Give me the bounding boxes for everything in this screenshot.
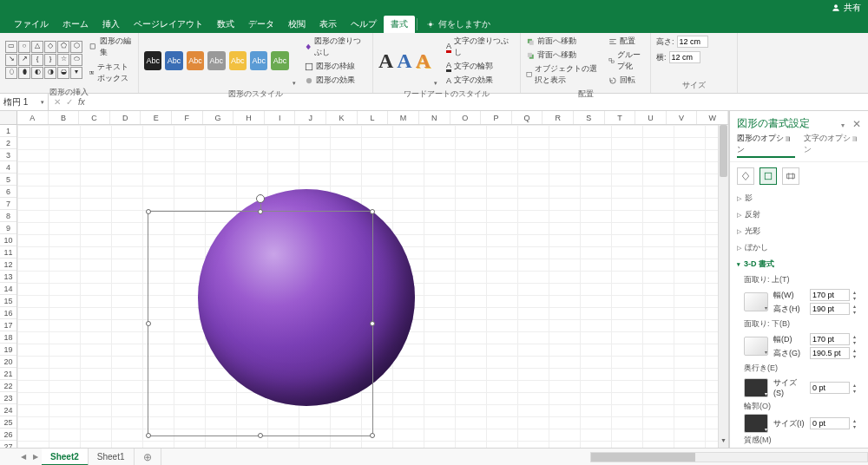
add-sheet-icon[interactable]: ⊕: [135, 449, 161, 466]
row-header[interactable]: 25: [0, 416, 16, 429]
col-header[interactable]: Q: [512, 111, 543, 124]
select-all-corner[interactable]: [0, 111, 17, 125]
col-header[interactable]: N: [419, 111, 450, 124]
col-header[interactable]: A: [17, 111, 49, 124]
depth-size[interactable]: [810, 382, 850, 394]
row-header[interactable]: 18: [0, 331, 16, 344]
col-header[interactable]: U: [635, 111, 667, 124]
tab-help[interactable]: ヘルプ: [344, 16, 384, 33]
section-shadow[interactable]: ▷影: [737, 190, 865, 206]
style-7[interactable]: Abc: [271, 51, 288, 70]
row-header[interactable]: 15: [0, 295, 16, 307]
section-reflection[interactable]: ▷反射: [737, 206, 865, 223]
tab-file[interactable]: ファイル: [7, 16, 56, 33]
row-header[interactable]: 3: [0, 149, 16, 161]
row-header[interactable]: 7: [0, 198, 16, 210]
tab-format[interactable]: 書式: [384, 16, 415, 33]
styles-more[interactable]: ▾: [293, 80, 296, 87]
shape-outline[interactable]: 図形の枠線: [305, 60, 367, 73]
pane-close-icon[interactable]: ✕: [852, 118, 861, 130]
style-2[interactable]: Abc: [165, 51, 182, 70]
row-header[interactable]: 9: [0, 222, 16, 234]
rotate[interactable]: 回転: [608, 74, 645, 87]
edit-shape[interactable]: 図形の編集: [89, 35, 133, 59]
shape-gallery[interactable]: ▭○△◇⬠⬡ ↘↗{}☆⬭ ⬯⬮◐◑◒▾: [5, 41, 82, 79]
wordart-1[interactable]: A: [378, 49, 393, 73]
col-header[interactable]: O: [450, 111, 482, 124]
fx-icon[interactable]: fx: [78, 97, 85, 107]
shape-selection[interactable]: [148, 211, 373, 436]
bevel-bottom-preset[interactable]: ▾: [744, 337, 768, 356]
depth-color[interactable]: ▾: [744, 378, 768, 397]
resize-handle[interactable]: [146, 209, 151, 214]
horizontal-scrollbar[interactable]: [590, 452, 868, 462]
row-header[interactable]: 21: [0, 368, 16, 380]
sheet-tab-1[interactable]: Sheet2: [42, 449, 89, 466]
scroll-down-icon[interactable]: ▼: [719, 437, 728, 448]
text-effects[interactable]: A文字の効果: [446, 74, 515, 87]
row-header[interactable]: 20: [0, 356, 16, 368]
col-header[interactable]: S: [574, 111, 605, 124]
shape-effects[interactable]: 図形の効果: [305, 74, 367, 87]
section-3dformat[interactable]: ▾3-D 書式: [737, 256, 865, 272]
resize-handle[interactable]: [146, 321, 151, 326]
bevel-top-height[interactable]: [810, 303, 850, 315]
row-header[interactable]: 5: [0, 174, 16, 186]
row-header[interactable]: 11: [0, 246, 16, 259]
row-header[interactable]: 26: [0, 429, 16, 441]
row-header[interactable]: 8: [0, 210, 16, 222]
text-outline[interactable]: A文字の輪郭: [446, 60, 515, 73]
cancel-formula-icon[interactable]: ✕: [54, 97, 61, 107]
row-header[interactable]: 22: [0, 380, 16, 392]
bring-forward[interactable]: 前面へ移動: [526, 35, 602, 48]
col-header[interactable]: M: [388, 111, 419, 124]
pane-tab-shape[interactable]: 図形のオプション: [737, 133, 795, 158]
scroll-thumb[interactable]: [720, 125, 727, 177]
sheet-nav-next-icon[interactable]: ▶: [30, 453, 42, 461]
contour-color[interactable]: ▾: [744, 414, 768, 433]
shape-height[interactable]: [677, 36, 708, 48]
row-header[interactable]: 2: [0, 137, 16, 149]
tab-insert[interactable]: 挿入: [95, 16, 127, 33]
style-6[interactable]: Abc: [250, 51, 267, 70]
textbox[interactable]: Aテキスト ボックス: [89, 61, 133, 85]
col-header[interactable]: V: [667, 111, 698, 124]
wordart-3[interactable]: A: [416, 49, 431, 73]
style-4[interactable]: Abc: [207, 51, 225, 70]
row-header[interactable]: 1: [0, 125, 16, 137]
row-header[interactable]: 17: [0, 319, 16, 331]
rotation-handle[interactable]: [256, 194, 265, 203]
col-header[interactable]: W: [697, 111, 728, 124]
tellme[interactable]: 何をしますか: [426, 18, 490, 30]
contour-size[interactable]: [810, 417, 850, 429]
col-header[interactable]: H: [233, 111, 265, 124]
section-softedge[interactable]: ▷ぼかし: [737, 239, 865, 256]
row-header[interactable]: 16: [0, 307, 16, 319]
col-header[interactable]: L: [358, 111, 389, 124]
align[interactable]: 配置: [608, 35, 645, 48]
tab-data[interactable]: データ: [241, 16, 281, 33]
wordart-more[interactable]: ▾: [434, 80, 437, 87]
style-3[interactable]: Abc: [187, 51, 204, 70]
size-props-icon[interactable]: [782, 167, 799, 185]
name-box[interactable]: 楕円 1▾: [0, 94, 49, 110]
fill-line-icon[interactable]: [737, 167, 754, 185]
resize-handle[interactable]: [258, 209, 263, 214]
bevel-top-preset[interactable]: ▾: [744, 292, 768, 311]
col-header[interactable]: J: [295, 111, 326, 124]
bevel-top-width[interactable]: [810, 289, 850, 301]
tab-pagelayout[interactable]: ページレイアウト: [127, 16, 210, 33]
row-header[interactable]: 14: [0, 283, 16, 295]
row-header[interactable]: 24: [0, 404, 16, 416]
col-header[interactable]: C: [79, 111, 110, 124]
col-header[interactable]: F: [172, 111, 203, 124]
resize-handle[interactable]: [146, 433, 151, 438]
resize-handle[interactable]: [370, 433, 375, 438]
bevel-bottom-height[interactable]: [810, 347, 850, 359]
resize-handle[interactable]: [258, 433, 263, 438]
col-header[interactable]: E: [141, 111, 172, 124]
row-header[interactable]: 10: [0, 234, 16, 246]
style-1[interactable]: Abc: [144, 51, 161, 70]
bevel-bottom-width[interactable]: [810, 333, 850, 345]
row-header[interactable]: 19: [0, 344, 16, 356]
